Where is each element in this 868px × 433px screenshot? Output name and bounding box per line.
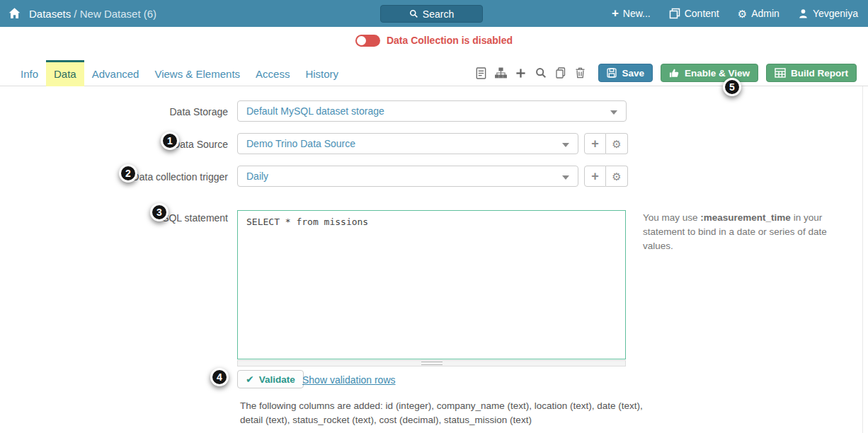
data-source-actions: + ⚙ <box>584 133 628 154</box>
sitemap-icon[interactable] <box>495 67 507 79</box>
sql-label: SQL statement <box>57 212 228 224</box>
measurement-time-hint: You may use :measurement_time in your st… <box>643 211 841 253</box>
thumbs-up-icon <box>669 68 680 79</box>
chevron-down-icon <box>562 175 569 180</box>
trigger-value: Daily <box>246 171 268 182</box>
chevron-down-icon <box>610 110 617 115</box>
configure-trigger-button[interactable]: ⚙ <box>606 166 628 187</box>
user-label: Yevgeniya <box>813 8 858 19</box>
content-label: Content <box>685 8 719 19</box>
document-icon[interactable] <box>475 67 487 79</box>
trash-icon[interactable] <box>574 67 586 79</box>
copy-icon[interactable] <box>554 67 566 79</box>
data-storage-select[interactable]: Default MySQL dataset storage <box>237 100 627 122</box>
gear-icon: ⚙ <box>738 8 747 19</box>
new-menu[interactable]: + New... <box>612 8 651 19</box>
zoom-icon[interactable] <box>535 67 547 79</box>
annotation-badge-3: 3 <box>150 203 169 221</box>
plus-icon: + <box>591 138 599 149</box>
breadcrumb-current: / New Dataset (6) <box>71 8 156 20</box>
breadcrumb-section[interactable]: Datasets <box>29 8 71 20</box>
data-storage-value: Default MySQL dataset storage <box>246 105 384 117</box>
floppy-icon <box>607 68 617 78</box>
tab-history[interactable]: History <box>297 61 346 86</box>
search-label: Search <box>423 8 454 20</box>
enable-view-label: Enable & View <box>685 68 750 79</box>
sql-horizontal-scrollbar[interactable] <box>237 360 626 366</box>
data-source-select[interactable]: Demo Trino Data Source <box>237 133 578 154</box>
tab-data[interactable]: Data <box>46 60 84 86</box>
validate-button[interactable]: ✔ Validate <box>237 370 304 388</box>
validate-label: Validate <box>259 374 295 385</box>
scroll-edge <box>862 86 863 433</box>
user-icon <box>798 8 809 19</box>
search-button[interactable]: Search <box>380 5 483 23</box>
gear-icon: ⚙ <box>612 139 621 149</box>
data-collection-status: Data Collection is disabled <box>387 35 513 46</box>
gear-icon: ⚙ <box>612 171 621 182</box>
top-navbar: Datasets / New Dataset (6) Search + New.… <box>0 0 868 27</box>
annotation-badge-5: 5 <box>723 78 741 96</box>
breadcrumb[interactable]: Datasets / New Dataset (6) <box>29 8 156 20</box>
plus-icon: + <box>591 171 599 182</box>
add-icon[interactable] <box>515 67 527 79</box>
content-icon <box>669 8 680 19</box>
resize-handle[interactable] <box>421 362 442 365</box>
build-report-label: Build Report <box>791 68 848 79</box>
data-storage-label: Data Storage <box>57 106 228 117</box>
search-icon <box>409 9 418 18</box>
save-label: Save <box>622 68 644 79</box>
page: Datasets / New Dataset (6) Search + New.… <box>0 0 868 433</box>
plus-icon: + <box>612 8 619 18</box>
tab-advanced[interactable]: Advanced <box>84 61 147 86</box>
show-validation-rows-link[interactable]: Show validation rows <box>302 374 396 386</box>
user-menu[interactable]: Yevgeniya <box>798 8 858 19</box>
tab-access[interactable]: Access <box>248 61 297 86</box>
content-menu[interactable]: Content <box>669 8 719 19</box>
add-data-source-button[interactable]: + <box>584 133 606 154</box>
configure-data-source-button[interactable]: ⚙ <box>606 133 628 154</box>
sql-statement-input[interactable]: SELECT * from missions <box>237 210 626 359</box>
annotation-badge-1: 1 <box>161 132 179 150</box>
hint-token: :measurement_time <box>700 212 791 223</box>
tab-info[interactable]: Info <box>13 61 46 86</box>
admin-menu[interactable]: ⚙ Admin <box>738 8 780 19</box>
trigger-select[interactable]: Daily <box>237 166 578 187</box>
data-collection-banner: Data Collection is disabled <box>0 27 868 54</box>
build-report-button[interactable]: Build Report <box>766 64 857 82</box>
chevron-down-icon <box>562 143 569 147</box>
toggle-knob <box>357 36 366 45</box>
hint-text: You may use <box>643 212 700 223</box>
report-table-icon <box>775 68 786 78</box>
tab-views-elements[interactable]: Views & Elements <box>147 61 248 86</box>
enable-view-button[interactable]: Enable & View <box>661 64 758 82</box>
admin-label: Admin <box>751 8 780 19</box>
data-source-label: Data Source <box>57 139 228 150</box>
data-collection-toggle[interactable] <box>355 35 380 47</box>
trigger-label: Data collection trigger <box>57 171 228 183</box>
new-label: New... <box>623 8 651 19</box>
save-button[interactable]: Save <box>598 64 653 82</box>
annotation-badge-4: 4 <box>210 368 229 386</box>
check-icon: ✔ <box>246 374 254 384</box>
data-source-value: Demo Trino Data Source <box>246 138 355 149</box>
add-trigger-button[interactable]: + <box>584 166 606 187</box>
trigger-actions: + ⚙ <box>584 166 628 187</box>
home-icon[interactable] <box>8 8 21 20</box>
annotation-badge-2: 2 <box>119 164 137 183</box>
columns-added-note: The following columns are added: id (int… <box>240 399 661 427</box>
